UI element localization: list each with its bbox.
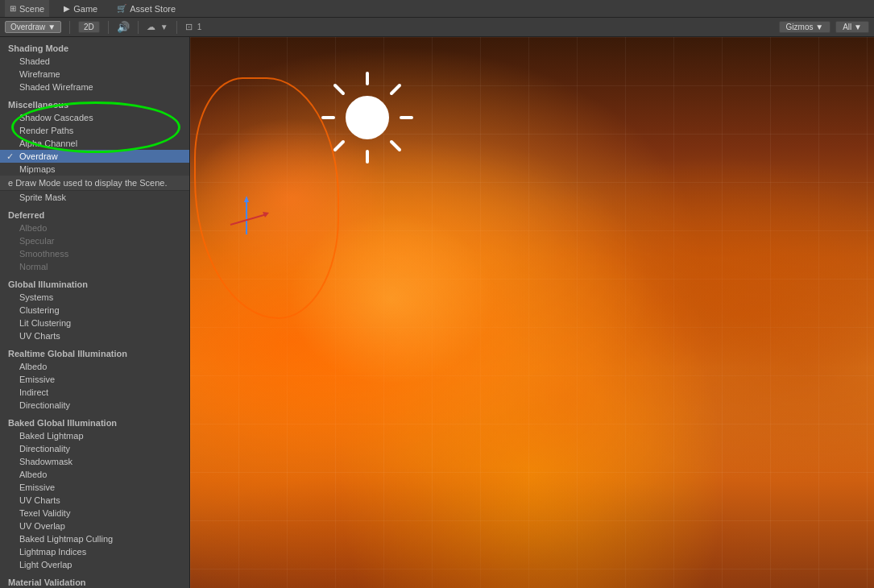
- camera-label: ▼: [160, 23, 168, 31]
- menu-item-albedo-baked[interactable]: Albedo: [0, 468, 189, 481]
- menu-item-texel-validity[interactable]: Texel Validity: [0, 507, 189, 520]
- svg-point-8: [346, 97, 388, 139]
- menu-item-directionality-realtime[interactable]: Directionality: [0, 399, 189, 412]
- separator-1: [69, 21, 70, 34]
- menu-item-specular[interactable]: Specular: [0, 234, 189, 247]
- gizmos-button[interactable]: Gizmos ▼: [779, 21, 831, 33]
- shading-mode-header: Shading Mode: [0, 40, 189, 55]
- store-icon: 🛒: [117, 4, 126, 13]
- menu-item-mipmaps[interactable]: Mipmaps: [0, 163, 189, 176]
- menu-item-albedo-deferred[interactable]: Albedo: [0, 222, 189, 234]
- menu-item-emissive-realtime[interactable]: Emissive: [0, 373, 189, 386]
- menu-item-directionality-baked[interactable]: Directionality: [0, 442, 189, 455]
- transform-gizmo: [222, 194, 263, 234]
- menu-item-normal[interactable]: Normal: [0, 260, 189, 273]
- gizmos-arrow-icon: ▼: [815, 23, 823, 31]
- 2d-button[interactable]: 2D: [78, 21, 100, 33]
- scene-icon: ⊞: [10, 4, 16, 13]
- menu-item-clustering[interactable]: Clustering: [0, 304, 189, 317]
- layers-button[interactable]: All ▼: [835, 21, 869, 33]
- menu-item-lit-clustering[interactable]: Lit Clustering: [0, 317, 189, 329]
- deferred-header: Deferred: [0, 207, 189, 222]
- menu-item-alpha-channel[interactable]: Alpha Channel: [0, 137, 189, 150]
- menu-item-light-overlap[interactable]: Light Overlap: [0, 558, 189, 571]
- svg-line-5: [391, 142, 400, 150]
- material-validation-header: Material Validation: [0, 574, 189, 588]
- menu-item-shadowmask[interactable]: Shadowmask: [0, 455, 189, 468]
- layers-arrow-icon: ▼: [854, 23, 862, 31]
- menu-item-baked-lightmap[interactable]: Baked Lightmap: [0, 429, 189, 442]
- menu-item-uv-charts-1[interactable]: UV Charts: [0, 329, 189, 342]
- layers-icon: ⊡: [185, 22, 193, 32]
- overdraw-area-3: [190, 443, 874, 588]
- menu-item-systems[interactable]: Systems: [0, 291, 189, 304]
- menu-item-emissive-baked[interactable]: Emissive: [0, 481, 189, 494]
- menu-item-shadow-cascades[interactable]: Shadow Cascades: [0, 111, 189, 124]
- camera-icon: ☁: [147, 22, 155, 32]
- separator-2: [108, 21, 109, 34]
- realtime-gi-header: Realtime Global Illumination: [0, 346, 189, 360]
- menu-item-lightmap-indices[interactable]: Lightmap Indices: [0, 545, 189, 558]
- menu-item-smoothness[interactable]: Smoothness: [0, 247, 189, 260]
- fire-background: [190, 37, 874, 588]
- scene-viewport[interactable]: [190, 37, 874, 588]
- menu-item-shaded-wireframe[interactable]: Shaded Wireframe: [0, 81, 189, 93]
- menu-item-render-paths[interactable]: Render Paths: [0, 124, 189, 137]
- game-icon: ▶: [64, 4, 70, 13]
- top-bar: ⊞ Scene ▶ Game 🛒 Asset Store: [0, 0, 874, 18]
- sun-icon: [319, 69, 416, 166]
- menu-item-wireframe[interactable]: Wireframe: [0, 68, 189, 81]
- separator-4: [176, 21, 177, 34]
- baked-gi-header: Baked Global Illumination: [0, 415, 189, 429]
- tab-asset-store[interactable]: 🛒 Asset Store: [112, 0, 180, 17]
- scene-toolbar: Overdraw ▼ 2D 🔊 ☁ ▼ ⊡ 1 Gizmos ▼ All ▼: [0, 18, 874, 37]
- main-content: Shading Mode Shaded Wireframe Shaded Wir…: [0, 37, 874, 588]
- svg-line-4: [335, 85, 343, 93]
- tab-scene[interactable]: ⊞ Scene: [5, 0, 49, 17]
- svg-line-11: [230, 214, 267, 225]
- tab-game[interactable]: ▶ Game: [59, 0, 102, 17]
- svg-line-6: [391, 85, 400, 93]
- shading-dropdown-panel: Shading Mode Shaded Wireframe Shaded Wir…: [0, 37, 190, 588]
- svg-marker-10: [244, 196, 249, 202]
- menu-item-overdraw[interactable]: Overdraw: [0, 150, 189, 163]
- tooltip-bar: e Draw Mode used to display the Scene.: [0, 176, 189, 191]
- menu-item-shaded[interactable]: Shaded: [0, 55, 189, 68]
- menu-item-sprite-mask[interactable]: Sprite Mask: [0, 191, 189, 204]
- overdraw-mode-button[interactable]: Overdraw ▼: [5, 21, 61, 33]
- menu-item-indirect[interactable]: Indirect: [0, 386, 189, 399]
- svg-line-7: [335, 142, 343, 150]
- menu-item-uv-charts-2[interactable]: UV Charts: [0, 494, 189, 507]
- menu-item-uv-overlap[interactable]: UV Overlap: [0, 520, 189, 532]
- dropdown-arrow-icon: ▼: [48, 23, 56, 31]
- layer-count-label: 1: [197, 23, 202, 31]
- separator-3: [138, 21, 139, 34]
- menu-item-baked-lightmap-culling[interactable]: Baked Lightmap Culling: [0, 532, 189, 545]
- miscellaneous-header: Miscellaneous: [0, 97, 189, 111]
- global-illumination-header: Global Illumination: [0, 276, 189, 291]
- audio-icon: 🔊: [117, 21, 130, 33]
- menu-item-albedo-realtime[interactable]: Albedo: [0, 360, 189, 373]
